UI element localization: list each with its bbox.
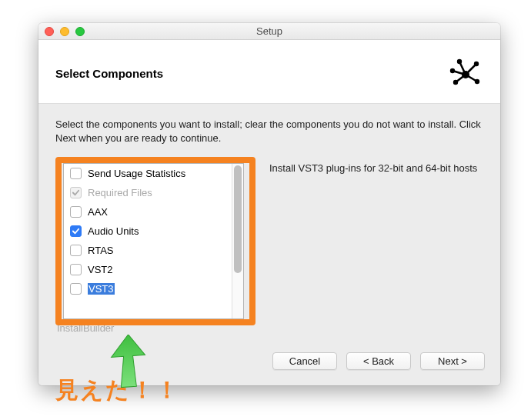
scrollbar-thumb[interactable] [234, 165, 242, 273]
annotation-caption: 見えた！！ [55, 375, 180, 406]
list-item: Required Files [64, 183, 243, 202]
svg-line-9 [466, 64, 476, 75]
list-item-label: Required Files [88, 187, 152, 198]
checkbox[interactable] [70, 245, 82, 256]
list-item-label: Audio Units [88, 225, 139, 237]
component-list-wrap: Send Usage StatisticsRequired FilesAAXAu… [55, 158, 255, 334]
list-item-label: VST3 [88, 283, 115, 295]
list-item[interactable]: VST2 [64, 260, 243, 279]
checkbox[interactable] [70, 283, 82, 295]
page-title: Select Components [55, 67, 163, 80]
list-item-label: VST2 [88, 264, 113, 275]
svg-line-7 [466, 75, 477, 82]
app-logo-icon [448, 54, 483, 92]
list-item-label: Send Usage Statistics [88, 168, 185, 179]
content-row: Send Usage StatisticsRequired FilesAAXAu… [55, 158, 483, 334]
titlebar: Setup [38, 23, 500, 40]
list-item[interactable]: Send Usage Statistics [64, 164, 243, 183]
component-listbox[interactable]: Send Usage StatisticsRequired FilesAAXAu… [63, 163, 244, 319]
list-item[interactable]: AAX [64, 202, 243, 222]
component-description: Install VST3 plug-ins for 32-bit and 64-… [269, 158, 483, 334]
body: Select the components you want to instal… [38, 104, 500, 340]
list-item[interactable]: VST3 [64, 279, 243, 298]
checkbox[interactable] [70, 206, 82, 218]
instructions-text: Select the components you want to instal… [55, 118, 483, 145]
checkbox[interactable] [70, 168, 82, 179]
list-item[interactable]: Audio Units [64, 222, 243, 241]
setup-window: Setup Select Components [38, 23, 500, 385]
cancel-button[interactable]: Cancel [272, 352, 337, 370]
next-button[interactable]: Next > [420, 352, 485, 370]
header: Select Components [38, 40, 500, 104]
installbuilder-label: InstallBuilder [55, 319, 255, 334]
checkbox[interactable] [70, 264, 82, 275]
window-title: Setup [38, 25, 500, 37]
list-item-label: AAX [88, 206, 108, 218]
scrollbar[interactable] [232, 164, 243, 318]
list-item[interactable]: RTAS [64, 241, 243, 260]
list-item-label: RTAS [88, 245, 113, 256]
checkbox[interactable] [70, 225, 82, 237]
back-button[interactable]: < Back [346, 352, 411, 370]
svg-line-6 [456, 75, 466, 82]
checkbox [70, 187, 82, 198]
